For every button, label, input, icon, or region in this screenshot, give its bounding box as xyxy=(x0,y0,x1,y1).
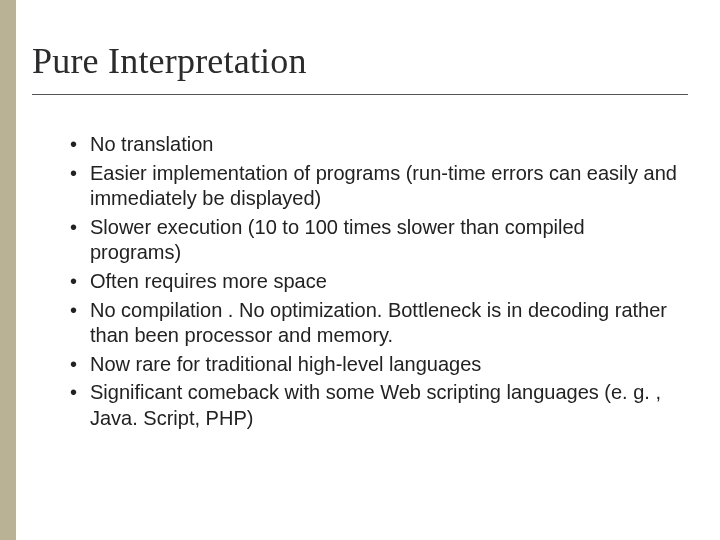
list-item: Slower execution (10 to 100 times slower… xyxy=(70,215,680,266)
list-item: No compilation . No optimization. Bottle… xyxy=(70,298,680,349)
bullet-list: No translation Easier implementation of … xyxy=(70,132,680,432)
list-item: No translation xyxy=(70,132,680,158)
slide-body: No translation Easier implementation of … xyxy=(70,132,680,435)
title-container: Pure Interpretation xyxy=(32,40,688,95)
list-item: Often requires more space xyxy=(70,269,680,295)
slide: Pure Interpretation No translation Easie… xyxy=(0,0,720,540)
list-item: Easier implementation of programs (run-t… xyxy=(70,161,680,212)
accent-bar xyxy=(0,0,16,540)
list-item: Significant comeback with some Web scrip… xyxy=(70,380,680,431)
list-item: Now rare for traditional high-level lang… xyxy=(70,352,680,378)
slide-title: Pure Interpretation xyxy=(32,40,688,94)
